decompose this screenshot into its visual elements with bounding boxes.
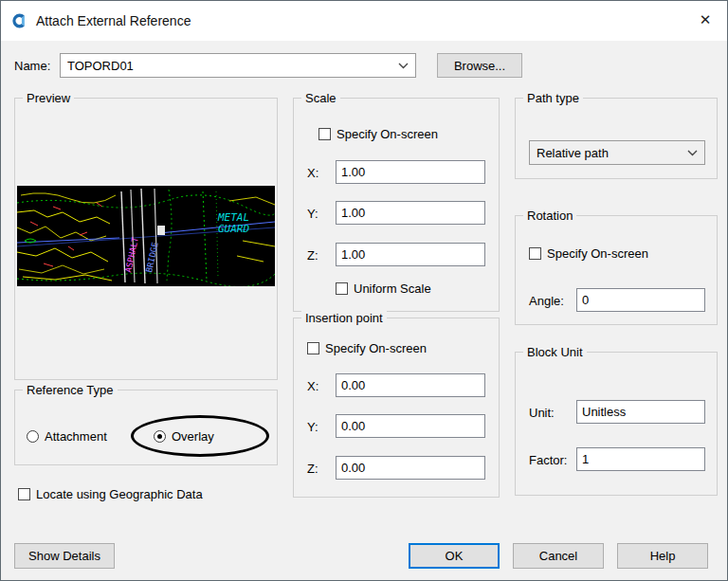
show-details-button[interactable]: Show Details [14, 543, 115, 569]
radio-attachment[interactable]: Attachment [27, 429, 107, 444]
scale-x-label: X: [307, 166, 318, 180]
locate-geographic-checkbox[interactable]: Locate using Geographic Data [18, 487, 203, 501]
locate-geographic-label: Locate using Geographic Data [36, 487, 203, 501]
cancel-button[interactable]: Cancel [513, 543, 604, 569]
ok-button[interactable]: OK [409, 543, 500, 569]
close-button[interactable]: ✕ [683, 1, 727, 39]
rotation-group: Rotation Specify On-screen Angle: [515, 215, 718, 325]
checkbox-icon [336, 282, 348, 295]
scale-x-input[interactable] [336, 160, 485, 184]
chevron-down-icon[interactable] [398, 63, 409, 69]
angle-input[interactable] [576, 288, 705, 312]
uniform-scale-label: Uniform Scale [354, 281, 431, 296]
checkbox-icon [18, 488, 30, 500]
unit-field[interactable] [576, 400, 705, 424]
scale-group: Scale Specify On-screen X: Y: Z: Uniform… [293, 98, 500, 312]
insertion-z-label: Z: [307, 462, 318, 476]
radio-overlay-label: Overlay [172, 429, 214, 444]
rotation-specify-onscreen-checkbox[interactable]: Specify On-screen [529, 246, 648, 261]
unit-label: Unit: [529, 406, 555, 420]
browse-button[interactable]: Browse... [437, 53, 522, 78]
xref-preview-image: ASPHALT BRIDGE METAL GUARD [17, 186, 275, 286]
name-combobox[interactable]: TOPORD01 [60, 53, 416, 78]
reference-type-group: Reference Type Attachment Overlay [14, 390, 278, 465]
insertion-point-group: Insertion point Specify On-screen X: Y: … [293, 318, 500, 498]
help-button[interactable]: Help [617, 543, 708, 569]
scale-specify-onscreen-checkbox[interactable]: Specify On-screen [318, 127, 438, 141]
radio-circle-icon [154, 430, 166, 443]
uniform-scale-checkbox[interactable]: Uniform Scale [336, 281, 431, 296]
insertion-point-group-label: Insertion point [301, 311, 387, 326]
checkbox-icon [529, 247, 541, 260]
chevron-down-icon[interactable] [687, 150, 698, 156]
rotation-specify-label: Specify On-screen [547, 246, 648, 261]
scale-specify-label: Specify On-screen [337, 127, 438, 141]
radio-attachment-label: Attachment [45, 429, 107, 444]
radio-overlay[interactable]: Overlay [154, 429, 214, 444]
insertion-z-input[interactable] [336, 456, 485, 480]
app-icon [10, 12, 27, 29]
path-type-group: Path type Relative path [515, 98, 718, 179]
checkbox-icon [307, 342, 319, 354]
insertion-x-input[interactable] [336, 373, 485, 397]
name-combobox-value: TOPORD01 [67, 59, 134, 73]
factor-field[interactable] [576, 447, 705, 471]
insertion-x-label: X: [307, 379, 318, 393]
scale-group-label: Scale [301, 91, 340, 106]
factor-label: Factor: [529, 453, 567, 467]
scale-z-input[interactable] [336, 243, 485, 266]
path-type-combobox[interactable]: Relative path [529, 140, 705, 165]
attach-external-reference-dialog: Attach External Reference ✕ Name: TOPORD… [0, 0, 728, 581]
path-type-group-label: Path type [523, 91, 583, 106]
window-title: Attach External Reference [36, 13, 191, 28]
insertion-specify-label: Specify On-screen [325, 341, 427, 355]
checkbox-icon [318, 128, 331, 140]
radio-circle-icon [27, 430, 39, 443]
scale-z-label: Z: [307, 248, 318, 263]
preview-group-label: Preview [23, 91, 74, 106]
scale-y-input[interactable] [336, 201, 485, 225]
block-unit-group-label: Block Unit [523, 345, 587, 360]
name-label: Name: [14, 59, 50, 73]
scale-y-label: Y: [307, 207, 318, 221]
insertion-y-label: Y: [307, 420, 318, 434]
angle-label: Angle: [529, 294, 564, 308]
titlebar: Attach External Reference ✕ [1, 1, 727, 41]
insertion-specify-onscreen-checkbox[interactable]: Specify On-screen [307, 341, 427, 355]
rotation-group-label: Rotation [523, 209, 576, 224]
preview-group: Preview [14, 98, 278, 380]
block-unit-group: Block Unit Unit: Factor: [515, 352, 718, 496]
preview-text-guard: GUARD [218, 223, 249, 235]
insertion-y-input[interactable] [336, 414, 485, 438]
reference-type-group-label: Reference Type [23, 383, 118, 398]
path-type-value: Relative path [537, 146, 609, 160]
